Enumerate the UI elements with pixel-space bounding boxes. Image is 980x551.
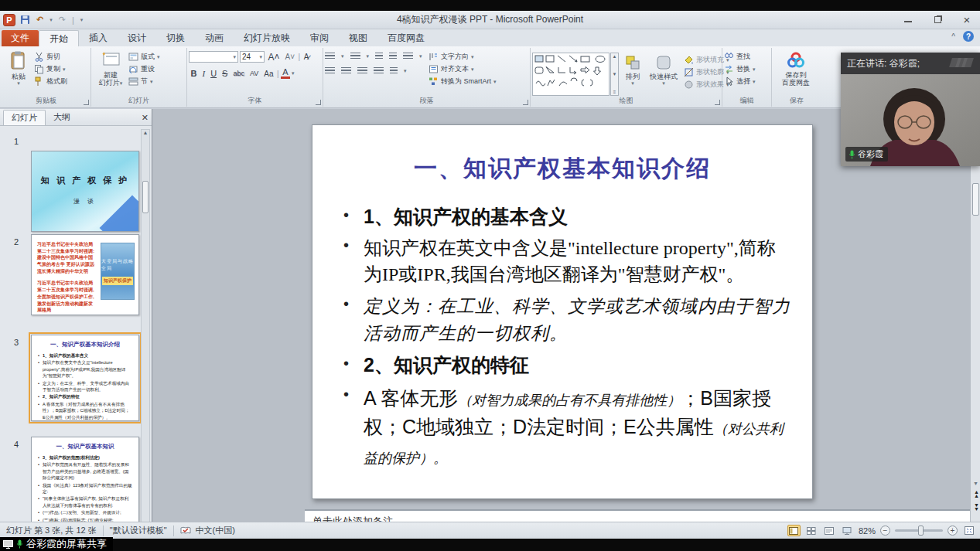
font-color-button[interactable]: A — [281, 68, 290, 79]
align-left-icon[interactable] — [325, 67, 335, 75]
save-icon[interactable] — [19, 13, 32, 27]
close-button[interactable]: × — [958, 13, 975, 26]
decrease-indent-icon[interactable] — [375, 53, 383, 60]
quick-styles-button[interactable]: 快速样式▾ — [647, 53, 681, 96]
save-to-baidu-button[interactable]: 保存到百度网盘 — [773, 49, 818, 96]
spell-check-icon[interactable] — [180, 526, 191, 536]
shapes-gallery-scrollbar[interactable]: ▲▼≡ — [610, 53, 619, 96]
drawing-dialog-launcher[interactable] — [715, 100, 720, 105]
clear-formatting-icon[interactable]: A̷ — [302, 53, 311, 61]
panel-scrollbar[interactable]: ▲ — [141, 129, 150, 523]
paragraph-dialog-launcher[interactable] — [523, 100, 528, 105]
slide-sorter-view-button[interactable] — [805, 525, 818, 536]
underline-button[interactable]: U — [209, 69, 219, 78]
section-button[interactable]: 节▾ — [128, 77, 160, 87]
zoom-out-icon[interactable]: − — [880, 525, 890, 536]
slide-thumbnail-1[interactable]: 知 识 产 权 保 护 漫 谈 — [31, 151, 139, 232]
replace-button[interactable]: 替换▾ — [724, 64, 756, 74]
convert-to-smartart-button[interactable]: 转换为 SmartArt▾ — [429, 77, 497, 87]
restore-button[interactable] — [929, 13, 946, 26]
cut-button[interactable]: 剪切 — [34, 52, 67, 62]
change-case-button[interactable]: Aa — [262, 70, 275, 78]
editor-scrollbar-thumb[interactable] — [972, 183, 979, 216]
reset-button[interactable]: 重设 — [128, 64, 160, 74]
window-controls: × — [900, 13, 975, 26]
editor-scrollbar[interactable]: ▼ ▲▲ ▼▼ — [970, 109, 980, 532]
customize-qat-icon[interactable]: ▾ — [79, 13, 85, 27]
select-button[interactable]: 选择▾ — [724, 77, 756, 87]
font-size-combobox[interactable]: 24▾ — [240, 51, 265, 63]
powerpoint-app-icon[interactable]: P — [3, 14, 15, 26]
slide-body[interactable]: •1、知识产权的基本含义 •知识产权在英文中含义是"intellecture p… — [343, 205, 790, 471]
reading-view-button[interactable] — [823, 525, 836, 536]
new-slide-button[interactable]: 新建幻灯片▾ — [93, 49, 128, 96]
collapse-ribbon-icon[interactable]: ^ — [951, 32, 955, 41]
screen-share-banner[interactable]: 谷彩霞的屏幕共享 — [0, 537, 113, 551]
previous-slide-button[interactable]: ▲▲ — [974, 490, 978, 498]
numbering-icon[interactable] — [350, 53, 360, 60]
character-spacing-button[interactable]: AV — [248, 70, 260, 77]
tab-file[interactable]: 文件 — [2, 30, 39, 46]
bullets-icon[interactable] — [325, 53, 335, 60]
font-dialog-launcher[interactable] — [316, 100, 321, 105]
tab-transitions[interactable]: 切换 — [156, 30, 195, 46]
tab-animations[interactable]: 动画 — [195, 30, 234, 46]
slide-thumbnail-4[interactable]: 一、知识产权基本知识 •3、知识产权的范围(权利法定) •知识产权范围具有开放性… — [31, 437, 139, 523]
text-shadow-button[interactable]: abc — [231, 70, 247, 77]
redo-icon[interactable]: ↷ — [57, 13, 67, 27]
minimize-button[interactable] — [900, 13, 917, 26]
tab-baidu-netdisk[interactable]: 百度网盘 — [377, 30, 435, 46]
find-button[interactable]: 查找 — [724, 52, 756, 62]
undo-icon[interactable]: ↶ — [35, 13, 45, 27]
tab-insert[interactable]: 插入 — [79, 30, 118, 46]
meeting-video-overlay[interactable]: 正在讲话: 谷彩霞; — [841, 53, 980, 166]
align-text-button[interactable]: 对齐文本▾ — [429, 64, 497, 74]
undo-dropdown-icon[interactable]: ▾ — [48, 13, 54, 27]
copy-button[interactable]: 复制▾ — [34, 64, 67, 74]
slide-thumbnail-3-selected[interactable]: 一、知识产权基本知识介绍 •1、知识产权的基本含义 •知识产权在英文中含义是"i… — [31, 335, 139, 421]
format-painter-button[interactable]: 格式刷 — [34, 77, 67, 87]
grow-font-icon[interactable]: A˄ — [266, 52, 282, 63]
arrange-button[interactable]: 排列▾ — [619, 53, 647, 96]
slide-title[interactable]: 一、知识产权基本知识介绍 — [336, 153, 789, 185]
zoom-in-icon[interactable]: + — [948, 525, 958, 536]
columns-icon[interactable] — [390, 67, 398, 75]
shrink-font-icon[interactable]: A˅ — [283, 53, 297, 61]
tab-outline[interactable]: 大纲 — [46, 110, 78, 125]
align-center-icon[interactable] — [341, 67, 351, 75]
layout-button[interactable]: 版式▾ — [128, 52, 160, 62]
justify-icon[interactable] — [374, 67, 384, 75]
line-spacing-icon[interactable] — [403, 53, 413, 60]
normal-view-button[interactable] — [787, 525, 801, 536]
tab-view[interactable]: 视图 — [339, 30, 377, 46]
tab-slides-thumbnails[interactable]: 幻灯片 — [3, 110, 46, 125]
slideshow-view-button[interactable] — [841, 525, 854, 536]
paste-button[interactable]: 粘贴▾ — [3, 49, 34, 96]
fit-to-window-icon[interactable] — [962, 525, 975, 536]
zoom-level[interactable]: 82% — [859, 526, 876, 536]
increase-indent-icon[interactable] — [389, 53, 397, 60]
zoom-slider[interactable] — [895, 529, 943, 532]
panel-close-icon[interactable]: ✕ — [142, 113, 149, 123]
tab-slideshow[interactable]: 幻灯片放映 — [234, 30, 300, 46]
strikethrough-button[interactable]: S — [220, 69, 230, 78]
slide-thumbnail-2[interactable]: 习近平总书记在中央政治局第二十三次集体学习时强调: 建设中国特色中国风格中国气派… — [31, 234, 139, 315]
text-direction-button[interactable]: 文字方向▾ — [429, 52, 497, 62]
shapes-gallery[interactable] — [532, 53, 610, 96]
zoom-slider-thumb[interactable] — [918, 525, 924, 536]
align-right-icon[interactable] — [357, 67, 367, 75]
panel-scrollbar-thumb[interactable] — [142, 181, 149, 213]
font-name-combobox[interactable]: ▾ — [189, 51, 238, 63]
italic-button[interactable]: I — [200, 69, 207, 78]
current-slide[interactable]: 一、知识产权基本知识介绍 •1、知识产权的基本含义 •知识产权在英文中含义是"i… — [312, 124, 813, 499]
tab-design[interactable]: 设计 — [118, 30, 156, 46]
scroll-down-icon[interactable]: ▼ — [973, 481, 978, 485]
help-icon[interactable]: ? — [963, 31, 974, 42]
theme-status[interactable]: "默认设计模板" — [110, 525, 167, 536]
bold-button[interactable]: B — [189, 69, 199, 78]
tab-home[interactable]: 开始 — [39, 30, 79, 46]
next-slide-button[interactable]: ▼▼ — [974, 503, 978, 512]
tab-review[interactable]: 审阅 — [300, 30, 339, 46]
clipboard-dialog-launcher[interactable] — [84, 100, 89, 105]
language-status[interactable]: 中文(中国) — [196, 525, 235, 536]
